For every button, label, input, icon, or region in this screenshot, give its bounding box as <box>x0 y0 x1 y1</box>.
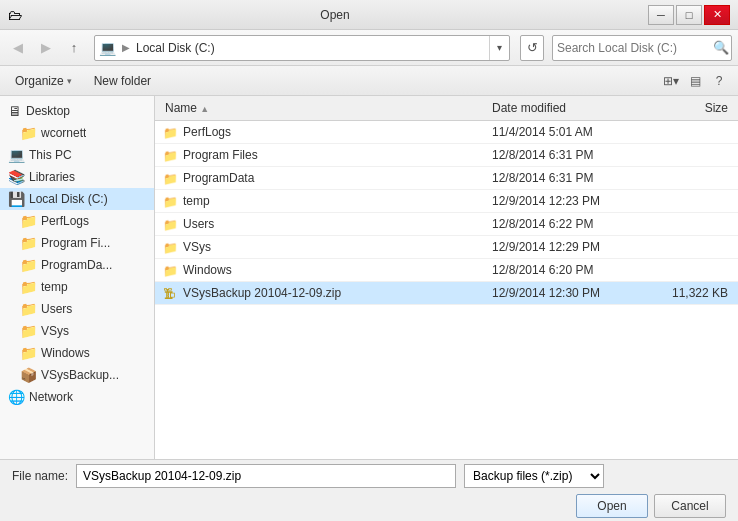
up-button[interactable]: ↑ <box>62 36 86 60</box>
address-dropdown-button[interactable]: ▾ <box>489 36 509 60</box>
temp-date: 12/9/2014 12:23 PM <box>490 194 650 208</box>
sidebar-item-vsys[interactable]: 📁VSys <box>0 320 154 342</box>
program-files-name: Program Files <box>181 148 490 162</box>
sidebar-label-vsys: VSys <box>41 324 69 338</box>
sidebar-item-network[interactable]: 🌐Network <box>0 386 154 408</box>
column-date[interactable]: Date modified <box>490 98 650 118</box>
sidebar-item-perflogs[interactable]: 📁PerfLogs <box>0 210 154 232</box>
sidebar-label-desktop: Desktop <box>26 104 70 118</box>
organize-button[interactable]: Organize ▾ <box>8 71 79 91</box>
minimize-button[interactable]: ─ <box>648 5 674 25</box>
content-area: 🖥Desktop📁wcornett💻This PC📚Libraries💾Loca… <box>0 96 738 459</box>
sidebar-label-wcornett: wcornett <box>41 126 86 140</box>
vsysbackup-zip-name: VSysBackup 20104-12-09.zip <box>181 286 490 300</box>
users-name: Users <box>181 217 490 231</box>
cancel-button[interactable]: Cancel <box>654 494 726 518</box>
programdata-date: 12/8/2014 6:31 PM <box>490 171 650 185</box>
navigation-toolbar: ◀ ▶ ↑ 💻 ▶ Local Disk (C:) ▾ ↺ 🔍 <box>0 30 738 66</box>
column-size[interactable]: Size <box>650 98 730 118</box>
file-row-temp[interactable]: 📁temp12/9/2014 12:23 PM <box>155 190 738 213</box>
address-separator: ▶ <box>120 42 132 53</box>
sidebar-item-users[interactable]: 📁Users <box>0 298 154 320</box>
filename-label: File name: <box>12 469 68 483</box>
forward-button[interactable]: ▶ <box>34 36 58 60</box>
sidebar-label-network: Network <box>29 390 73 404</box>
address-bar[interactable]: 💻 ▶ Local Disk (C:) ▾ <box>94 35 510 61</box>
address-icon: 💻 <box>95 40 120 56</box>
search-button[interactable]: 🔍 <box>711 36 731 60</box>
sidebar-label-perflogs: PerfLogs <box>41 214 89 228</box>
filename-input[interactable] <box>76 464 456 488</box>
program-files-icon: 📁 <box>20 235 37 251</box>
programdata-name: ProgramData <box>181 171 490 185</box>
search-box: 🔍 <box>552 35 732 61</box>
grid-view-button[interactable]: ⊞▾ <box>660 70 682 92</box>
vsysbackup-zip-file-icon: 🗜 <box>163 285 181 301</box>
sidebar-item-program-files[interactable]: 📁Program Fi... <box>0 232 154 254</box>
view-icons: ⊞▾ ▤ ? <box>660 70 730 92</box>
filetype-select[interactable]: Backup files (*.zip) <box>464 464 604 488</box>
program-files-date: 12/8/2014 6:31 PM <box>490 148 650 162</box>
perflogs-name: PerfLogs <box>181 125 490 139</box>
sidebar-item-temp[interactable]: 📁temp <box>0 276 154 298</box>
search-input[interactable] <box>553 41 711 55</box>
column-name[interactable]: Name ▲ <box>163 98 490 118</box>
file-row-users[interactable]: 📁Users12/8/2014 6:22 PM <box>155 213 738 236</box>
sidebar-label-windows: Windows <box>41 346 90 360</box>
vsys-date: 12/9/2014 12:29 PM <box>490 240 650 254</box>
perflogs-date: 11/4/2014 5:01 AM <box>490 125 650 139</box>
file-row-program-files[interactable]: 📁Program Files12/8/2014 6:31 PM <box>155 144 738 167</box>
sidebar-label-this-pc: This PC <box>29 148 72 162</box>
details-view-button[interactable]: ▤ <box>684 70 706 92</box>
sidebar: 🖥Desktop📁wcornett💻This PC📚Libraries💾Loca… <box>0 96 155 459</box>
file-row-vsysbackup-zip[interactable]: 🗜VSysBackup 20104-12-09.zip12/9/2014 12:… <box>155 282 738 305</box>
windows-name: Windows <box>181 263 490 277</box>
vsys-name: VSys <box>181 240 490 254</box>
organize-arrow: ▾ <box>67 76 72 86</box>
sidebar-label-users: Users <box>41 302 72 316</box>
help-button[interactable]: ? <box>708 70 730 92</box>
users-date: 12/8/2014 6:22 PM <box>490 217 650 231</box>
command-bar: Organize ▾ New folder ⊞▾ ▤ ? <box>0 66 738 96</box>
sidebar-label-programdata: ProgramDa... <box>41 258 112 272</box>
file-row-vsys[interactable]: 📁VSys12/9/2014 12:29 PM <box>155 236 738 259</box>
file-list-header: Name ▲ Date modified Size <box>155 96 738 121</box>
temp-file-icon: 📁 <box>163 193 181 209</box>
sidebar-item-windows[interactable]: 📁Windows <box>0 342 154 364</box>
address-path[interactable]: Local Disk (C:) <box>132 41 489 55</box>
program-files-file-icon: 📁 <box>163 147 181 163</box>
file-row-programdata[interactable]: 📁ProgramData12/8/2014 6:31 PM <box>155 167 738 190</box>
app-icon: 🗁 <box>8 7 22 23</box>
sidebar-label-temp: temp <box>41 280 68 294</box>
maximize-button[interactable]: □ <box>676 5 702 25</box>
sidebar-item-this-pc[interactable]: 💻This PC <box>0 144 154 166</box>
temp-name: temp <box>181 194 490 208</box>
refresh-button[interactable]: ↺ <box>520 35 544 61</box>
sidebar-label-local-disk: Local Disk (C:) <box>29 192 108 206</box>
sidebar-item-libraries[interactable]: 📚Libraries <box>0 166 154 188</box>
sidebar-item-local-disk[interactable]: 💾Local Disk (C:) <box>0 188 154 210</box>
temp-icon: 📁 <box>20 279 37 295</box>
bottom-bar: File name: Backup files (*.zip) Open Can… <box>0 459 738 521</box>
file-row-windows[interactable]: 📁Windows12/8/2014 6:20 PM <box>155 259 738 282</box>
organize-label: Organize <box>15 74 64 88</box>
dialog-title: Open <box>22 8 648 22</box>
perflogs-icon: 📁 <box>20 213 37 229</box>
sidebar-label-program-files: Program Fi... <box>41 236 110 250</box>
sidebar-label-libraries: Libraries <box>29 170 75 184</box>
libraries-icon: 📚 <box>8 169 25 185</box>
sidebar-item-programdata[interactable]: 📁ProgramDa... <box>0 254 154 276</box>
new-folder-button[interactable]: New folder <box>87 71 158 91</box>
file-row-perflogs[interactable]: 📁PerfLogs11/4/2014 5:01 AM <box>155 121 738 144</box>
windows-icon: 📁 <box>20 345 37 361</box>
window-controls: ─ □ ✕ <box>648 5 730 25</box>
open-button[interactable]: Open <box>576 494 648 518</box>
action-row: Open Cancel <box>12 494 726 518</box>
sidebar-item-wcornett[interactable]: 📁wcornett <box>0 122 154 144</box>
sidebar-item-desktop[interactable]: 🖥Desktop <box>0 100 154 122</box>
close-button[interactable]: ✕ <box>704 5 730 25</box>
sidebar-item-vsysbackup[interactable]: 📦VSysBackup... <box>0 364 154 386</box>
programdata-icon: 📁 <box>20 257 37 273</box>
vsysbackup-zip-date: 12/9/2014 12:30 PM <box>490 286 650 300</box>
back-button[interactable]: ◀ <box>6 36 30 60</box>
